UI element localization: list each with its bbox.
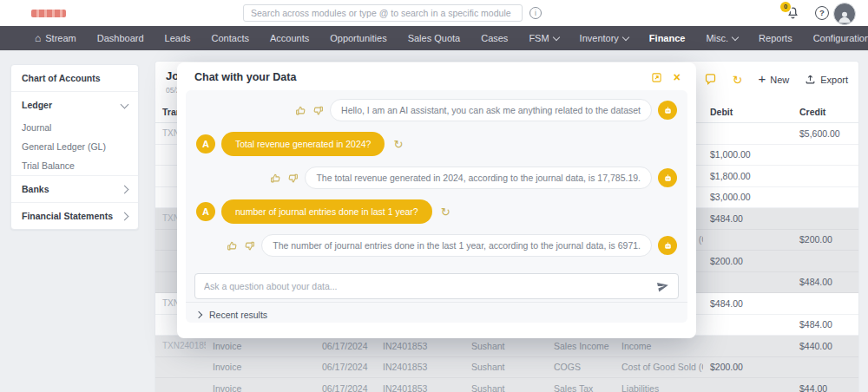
cell-credit: $5,600.00 (792, 123, 858, 145)
nav-item-label: Misc. (706, 33, 728, 43)
cell-credit (792, 186, 858, 208)
chat-question-input[interactable] (194, 273, 679, 299)
ai-message-bubble: Hello, I am an AI assistant, you can ask… (330, 99, 652, 121)
sidebar-item-ledger[interactable]: Ledger (11, 91, 138, 118)
cell-debit: $484.00 (703, 293, 792, 315)
nav-item-label: Sales Quota (408, 33, 461, 43)
nav-item-configurations[interactable]: Configurations (803, 26, 868, 50)
cell-customer: Sushant (464, 378, 547, 392)
sidebar-item-journal[interactable]: Journal (11, 118, 138, 137)
user-message-bubble: Total revenue generated in 2024? (221, 132, 385, 156)
cell-number: IN2401853 (376, 336, 464, 357)
cell-type: Invoice (206, 356, 315, 378)
recent-results-toggle[interactable]: Recent results (186, 302, 687, 327)
sidebar-item-label: Ledger (22, 100, 52, 110)
user-avatar[interactable] (833, 3, 856, 25)
chevron-right-icon (195, 311, 202, 318)
sidebar-item-financial-statements[interactable]: Financial Statements (11, 202, 138, 229)
nav-item-opportunities[interactable]: Opportunities (319, 26, 397, 50)
nav-item-label: Leads (165, 33, 191, 43)
cell-debit (703, 123, 792, 145)
chat-with-data-button[interactable] (704, 73, 717, 86)
nav-item-label: Configurations (813, 33, 868, 43)
nav-item-sales-quota[interactable]: Sales Quota (398, 26, 471, 50)
sidebar-item-label: Banks (22, 184, 49, 194)
notifications-button[interactable]: 0 (786, 5, 803, 23)
export-button[interactable]: Export (805, 74, 848, 85)
export-button-label: Export (820, 75, 848, 85)
expand-icon (651, 72, 662, 83)
new-button-label: New (770, 75, 789, 85)
thumbs-up-icon[interactable] (227, 240, 238, 252)
retry-icon[interactable]: ↻ (393, 139, 403, 150)
cell-account: COGS (547, 356, 615, 378)
main-nav: ⌂StreamDashboardLeadsContactsAccountsOpp… (0, 26, 868, 50)
nav-item-leads[interactable]: Leads (155, 26, 201, 50)
sidebar-item-banks[interactable]: Banks (11, 175, 138, 202)
person-icon (837, 9, 852, 24)
table-row[interactable]: TXN2401853Invoice06/17/2024IN2401853Sush… (155, 336, 858, 357)
nav-item-reports[interactable]: Reports (748, 26, 803, 50)
cell-txn: TXN2401853 (155, 336, 206, 357)
table-row[interactable]: Invoice06/17/2024IN2401853SushantSales T… (155, 378, 858, 392)
recent-results-label: Recent results (209, 310, 267, 320)
thumbs-down-icon[interactable] (244, 240, 255, 252)
new-button[interactable]: + New (758, 74, 789, 85)
search-input[interactable] (243, 4, 523, 22)
cell-number: IN2401853 (376, 356, 464, 378)
sidebar-item-chart-of-accounts[interactable]: Chart of Accounts (11, 65, 138, 91)
nav-item-fsm[interactable]: FSM (518, 26, 569, 50)
cell-date: 06/17/2024 (315, 378, 376, 392)
cell-customer: Sushant (464, 336, 547, 357)
nav-item-label: Accounts (270, 33, 309, 43)
help-icon[interactable]: ? (815, 6, 829, 20)
sidebar-item-trial-balance[interactable]: Trial Balance (11, 156, 138, 175)
sidebar-item-label: Financial Statements (22, 211, 113, 221)
ai-avatar (658, 168, 677, 187)
table-row[interactable]: Invoice06/17/2024IN2401853SushantCOGSCos… (155, 356, 858, 378)
nav-item-dashboard[interactable]: Dashboard (87, 26, 155, 50)
expand-button[interactable] (651, 72, 662, 83)
nav-item-label: Reports (759, 33, 792, 43)
thumbs-up-icon[interactable] (295, 105, 306, 116)
refresh-button[interactable]: ↻ (733, 74, 743, 86)
ai-message-bubble: The total revenue generated in 2024, acc… (305, 167, 652, 189)
nav-item-label: Opportunities (330, 33, 386, 43)
nav-item-accounts[interactable]: Accounts (260, 26, 319, 50)
export-icon (805, 74, 816, 85)
column-header-credit: Credit (792, 101, 858, 123)
cell-txn (155, 356, 206, 378)
send-icon[interactable] (655, 278, 672, 295)
nav-item-label: Stream (45, 33, 76, 43)
cell-credit: $484.00 (792, 271, 858, 293)
thumbs-up-icon[interactable] (270, 173, 281, 184)
cell-type: Invoice (206, 336, 315, 357)
nav-item-contacts[interactable]: Contacts (201, 26, 260, 50)
user-avatar: A (196, 134, 215, 154)
thumbs-down-icon[interactable] (312, 105, 324, 116)
cell-customer: Sushant (464, 356, 547, 378)
nav-item-finance[interactable]: Finance (639, 26, 696, 50)
nav-item-stream[interactable]: ⌂Stream (24, 26, 87, 50)
nav-item-label: Finance (649, 33, 686, 43)
cell-credit (792, 251, 858, 272)
nav-item-inventory[interactable]: Inventory (569, 26, 639, 50)
column-header-debit: Debit (703, 101, 792, 123)
cell-debit (703, 314, 792, 336)
chevron-down-icon (622, 33, 629, 40)
sidebar-item-general-ledger-gl[interactable]: General Ledger (GL) (11, 137, 138, 156)
chevron-down-icon (121, 100, 129, 108)
nav-item-cases[interactable]: Cases (470, 26, 518, 50)
retry-icon[interactable]: ↻ (441, 206, 450, 218)
thumbs-down-icon[interactable] (287, 173, 299, 184)
sidebar-item-label: Chart of Accounts (22, 73, 101, 83)
cell-group: Income (615, 336, 703, 357)
cell-debit (703, 336, 792, 357)
nav-item-misc[interactable]: Misc. (695, 26, 748, 50)
sidebar-item-label: Trial Balance (22, 160, 75, 171)
chat-panel: Hello, I am an AI assistant, you can ask… (186, 90, 687, 323)
close-icon[interactable]: × (674, 71, 681, 83)
cell-date: 06/17/2024 (315, 356, 376, 378)
cell-debit (703, 271, 792, 293)
cell-credit: $44.00 (792, 378, 858, 392)
